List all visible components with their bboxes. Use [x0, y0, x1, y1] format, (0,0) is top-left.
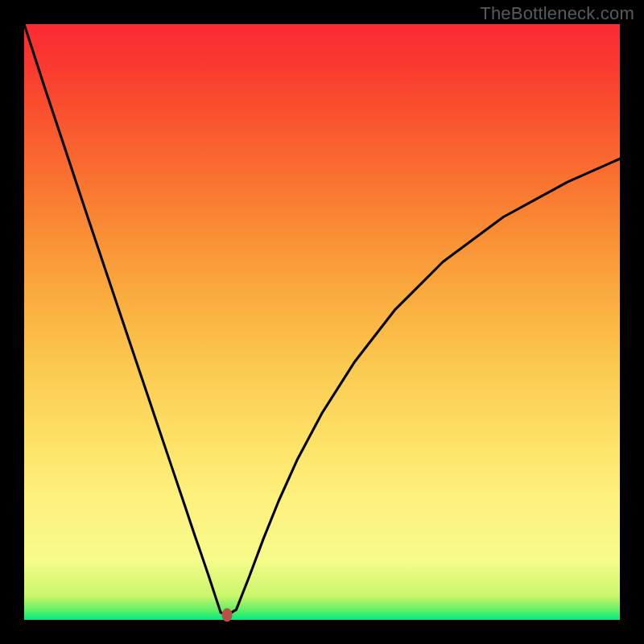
- curve-path: [24, 24, 620, 614]
- bottleneck-curve: [24, 24, 620, 620]
- optimal-point-marker: [222, 609, 233, 622]
- watermark-text: TheBottleneck.com: [480, 3, 634, 24]
- chart-frame: TheBottleneck.com: [0, 0, 644, 644]
